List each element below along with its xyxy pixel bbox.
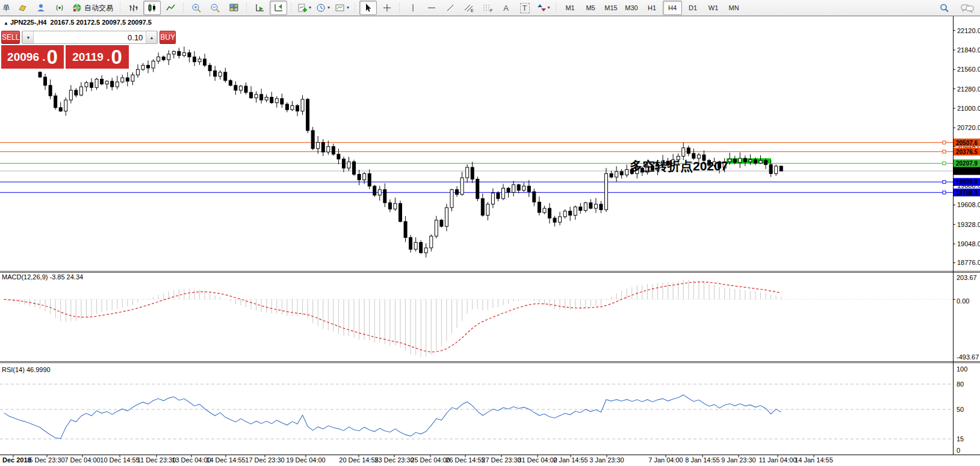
timeframe-m15[interactable]: M15 [601, 1, 621, 15]
rsi-scale-50: 50 [957, 406, 964, 413]
candle-body [90, 82, 93, 87]
candle-body [625, 169, 628, 175]
annotation-text[interactable]: 多空转折点20207 [630, 159, 728, 173]
candle-body [435, 220, 438, 237]
chart-shift-icon[interactable] [270, 1, 287, 15]
candle-body [301, 99, 304, 111]
zoom-out-icon[interactable] [206, 1, 224, 15]
crosshair-tool[interactable] [378, 1, 395, 15]
price-tick-label: 19608.0 [957, 201, 980, 208]
candle-body [409, 237, 412, 249]
timeframe-h4[interactable]: H4 [663, 1, 682, 15]
candle-body [517, 185, 520, 190]
periods-button[interactable]: ▾ [314, 1, 332, 15]
text-tool[interactable]: A [497, 1, 515, 15]
timeframe-m30[interactable]: M30 [622, 1, 641, 15]
fibonacci-tool[interactable]: F [479, 1, 496, 15]
candle-body [445, 208, 448, 226]
order-button[interactable]: 单 [1, 1, 12, 15]
line-handle[interactable] [943, 150, 946, 153]
vertical-line-tool[interactable] [404, 1, 421, 15]
arrows-tool[interactable]: ▾ [535, 1, 552, 15]
text-label-tool[interactable]: T [516, 1, 533, 15]
svg-text:20097.5: 20097.5 [956, 168, 978, 175]
candle-body [105, 81, 108, 84]
candle-body [54, 96, 57, 108]
candle-body [270, 97, 273, 102]
auto-trading-button[interactable]: 自动交易 [69, 1, 116, 15]
time-axis-label: 3 Jan 23:30 [589, 456, 624, 464]
buy-button[interactable]: BUY [160, 31, 176, 44]
templates-button[interactable]: ▾ [333, 1, 351, 15]
candle-body [563, 211, 566, 217]
candle-body [388, 203, 391, 209]
chat-icon[interactable] [958, 1, 976, 15]
bar-chart-icon[interactable] [125, 1, 142, 15]
chart-canvas[interactable]: 22120.021840.021560.021280.021000.020720… [0, 16, 980, 466]
candle-body [75, 90, 78, 95]
candle-body [198, 59, 201, 62]
candle-body [167, 54, 170, 60]
candlestick-chart-icon[interactable] [143, 1, 161, 15]
chevron-down-icon: ▾ [347, 5, 349, 10]
candle-body [178, 51, 181, 55]
timeframe-h1[interactable]: H1 [642, 1, 662, 15]
template-icon [335, 3, 346, 13]
line-handle[interactable] [943, 181, 946, 184]
line-handle[interactable] [943, 191, 946, 194]
equidistant-channel-tool[interactable]: E [460, 1, 477, 15]
rsi-line [4, 395, 781, 439]
sell-price[interactable]: 20096 .0 [1, 45, 64, 69]
auto-trading-icon [72, 3, 82, 13]
time-axis-label: 14 Jan 14:55 [795, 456, 833, 464]
candle-body [306, 99, 309, 131]
gold-order-icon[interactable] [13, 1, 31, 15]
candle-body [59, 108, 62, 111]
line-chart-icon[interactable] [162, 1, 179, 15]
timeframe-w1[interactable]: W1 [704, 1, 723, 15]
candle-body [182, 53, 185, 56]
candle-body [281, 99, 284, 104]
candle-body [491, 193, 494, 204]
candle-body [764, 160, 768, 164]
cursor-tool[interactable] [359, 1, 377, 15]
search-icon[interactable] [935, 1, 953, 15]
timeframe-d1[interactable]: D1 [683, 1, 702, 15]
chevron-down-icon: ▾ [548, 5, 550, 10]
signals-icon[interactable] [51, 1, 68, 15]
candle-body [584, 203, 587, 211]
indicators-button[interactable]: ▾ [296, 1, 313, 15]
candle-body [754, 160, 757, 163]
rsi-label: RSI(14) 46.9990 [2, 366, 51, 373]
candle-body [687, 148, 690, 154]
volume-decrease-button[interactable]: ▼ [22, 31, 34, 43]
community-icon[interactable] [32, 1, 49, 15]
line-handle[interactable] [943, 141, 946, 144]
time-axis-label: 25 Dec 04:00 [411, 456, 450, 464]
mt4-terminal: 单 自动交易 [0, 0, 980, 466]
horizontal-line-tool[interactable] [423, 1, 440, 15]
volume-increase-button[interactable]: ▲ [146, 31, 157, 43]
zoom-in-icon[interactable] [188, 1, 205, 15]
buy-price[interactable]: 20119 .0 [66, 45, 129, 69]
top-toolbar: 单 自动交易 [0, 0, 980, 16]
svg-text:20376.5: 20376.5 [956, 149, 978, 155]
candle-body [739, 158, 742, 163]
candle-body [466, 167, 469, 178]
candle-body [44, 77, 47, 85]
timeframe-mn[interactable]: MN [724, 1, 743, 15]
candle-body [79, 87, 82, 95]
price-tick-label: 21280.0 [957, 85, 980, 93]
chevron-down-icon: ▾ [327, 5, 330, 10]
timeframe-m5[interactable]: M5 [581, 1, 600, 15]
auto-scroll-icon[interactable] [251, 1, 268, 15]
sell-button[interactable]: SELL [1, 31, 20, 44]
candle-body [507, 188, 510, 193]
candle-body [121, 78, 124, 82]
trendline-tool[interactable] [441, 1, 459, 15]
timeframe-m1[interactable]: M1 [560, 1, 580, 15]
volume-input[interactable] [34, 31, 146, 43]
tile-windows-icon[interactable] [225, 1, 243, 15]
candle-body [188, 53, 191, 57]
line-handle[interactable] [943, 162, 946, 165]
